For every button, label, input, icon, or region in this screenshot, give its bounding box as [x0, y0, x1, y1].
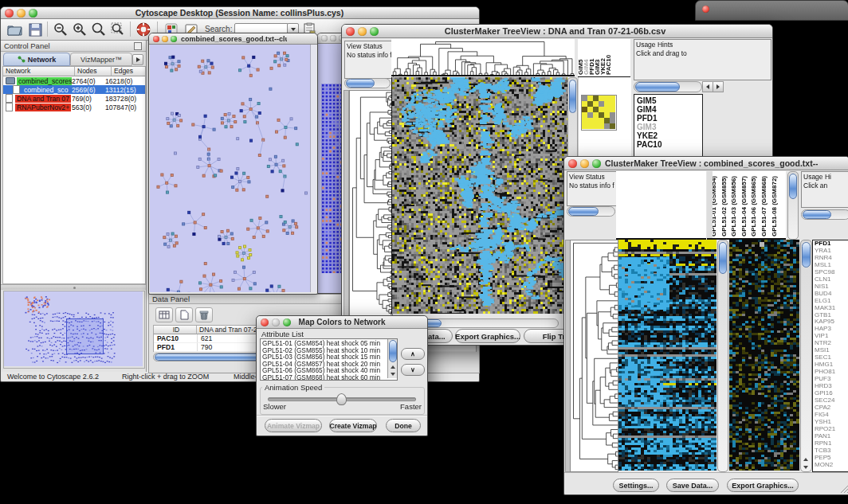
open-file-icon[interactable]: [6, 21, 23, 38]
gene-label[interactable]: CLN1: [815, 276, 848, 283]
zoom-button[interactable]: [29, 9, 37, 18]
gene-label[interactable]: GIM5: [637, 96, 702, 105]
gene-label[interactable]: KAP95: [815, 318, 848, 326]
zoom-button[interactable]: [171, 36, 177, 42]
gene-label[interactable]: TCB3: [815, 447, 848, 455]
minimize-button[interactable]: [330, 35, 336, 41]
float-panel-icon[interactable]: [134, 42, 142, 50]
new-attribute-icon[interactable]: [175, 307, 193, 322]
row-dendrogram-canvas[interactable]: [570, 240, 618, 472]
tab-network[interactable]: Network: [3, 53, 70, 66]
save-icon[interactable]: [26, 21, 44, 38]
create-vizmap-button[interactable]: Create Vizmap: [329, 419, 377, 432]
network-graph-canvas[interactable]: [150, 45, 310, 292]
minimize-button[interactable]: [580, 159, 589, 168]
labels-hscrollbar[interactable]: [634, 81, 702, 92]
network-row[interactable]: DNA and Tran 07769(0)183728(0): [3, 94, 145, 103]
gene-label[interactable]: GIM3: [637, 123, 702, 131]
gene-label[interactable]: PFD1: [815, 240, 848, 248]
move-down-button[interactable]: ∨: [401, 364, 425, 376]
scroll-down-button[interactable]: [802, 463, 809, 471]
secondary-heatmap-canvas[interactable]: [729, 240, 799, 471]
gene-label[interactable]: PAC10: [637, 140, 702, 149]
gene-label[interactable]: YKE2: [637, 131, 702, 140]
scroll-down-button[interactable]: [389, 371, 396, 377]
close-button[interactable]: [321, 35, 328, 41]
gene-label[interactable]: MON2: [815, 462, 848, 469]
scroll-up-button[interactable]: [802, 455, 809, 463]
treeview-combined-titlebar[interactable]: ClusterMaker TreeView : combined_scores_…: [564, 157, 848, 170]
minimize-button[interactable]: [162, 36, 168, 42]
column-header-network[interactable]: Network: [3, 67, 75, 76]
gene-label[interactable]: FIG4: [815, 412, 848, 419]
zoom-button[interactable]: [592, 159, 601, 168]
collabels-vscrollbar[interactable]: [787, 171, 799, 240]
secondary-vscrollbar[interactable]: [800, 240, 812, 472]
network-overview-canvas[interactable]: [4, 291, 143, 366]
zoom-button[interactable]: [370, 27, 379, 36]
column-dendrogram-canvas[interactable]: [391, 39, 575, 76]
minimize-button[interactable]: [272, 318, 280, 326]
zoom-selected-icon[interactable]: [109, 21, 127, 38]
network-row[interactable]: combined_sco2569(6)13112(15): [3, 85, 145, 94]
gene-label[interactable]: PUF3: [815, 376, 848, 383]
scroll-up-button[interactable]: [389, 364, 396, 370]
gene-label[interactable]: ELG1: [815, 298, 848, 305]
heatmap-canvas[interactable]: [618, 240, 716, 471]
heatmap-vscrollbar[interactable]: [717, 240, 728, 472]
gene-label[interactable]: RPO21: [815, 426, 848, 433]
gene-label[interactable]: GIM4: [637, 105, 702, 114]
gene-label[interactable]: PAN1: [815, 433, 848, 440]
dialog-titlebar[interactable]: Map Colors to Network: [257, 316, 427, 329]
export-graphics-button[interactable]: Export Graphics...: [727, 479, 799, 492]
close-button[interactable]: [261, 318, 269, 326]
close-button[interactable]: [346, 27, 355, 36]
attribute-listbox[interactable]: GPL51-01 (GSM854) heat shock 05 minGPL51…: [260, 338, 398, 381]
gene-label[interactable]: MSL1: [815, 262, 848, 269]
column-header-edges[interactable]: Edges: [112, 67, 145, 76]
gene-label[interactable]: GPI16: [815, 390, 848, 397]
fragment-close-button[interactable]: [702, 6, 709, 13]
network-row[interactable]: combined_scores2764(0)16218(0): [3, 76, 145, 85]
column-header-nodes[interactable]: Nodes: [75, 67, 112, 76]
gene-label[interactable]: VIP1: [815, 333, 848, 340]
mini-heatmap-canvas[interactable]: [581, 95, 618, 131]
heatmap-canvas[interactable]: [391, 77, 567, 314]
main-titlebar[interactable]: Cytoscape Desktop (Session Name: collins…: [1, 7, 479, 19]
usage-hscrollbar[interactable]: [801, 209, 848, 220]
gene-label[interactable]: HMG1: [815, 361, 848, 369]
gene-label[interactable]: YSH1: [815, 419, 848, 426]
scroll-right-button[interactable]: [713, 81, 724, 92]
collabel-scroll-strip[interactable]: [707, 171, 713, 240]
rowtree-track[interactable]: [344, 90, 349, 316]
slider-thumb[interactable]: [336, 393, 347, 405]
rowtree-hsc[interactable]: [344, 78, 391, 88]
delete-attribute-icon[interactable]: [195, 307, 213, 322]
gene-label-list[interactable]: PFD1YRA1RNR4MSL1SPC98CLN1NIS1BUD4ELG1MAK…: [812, 240, 848, 472]
settings-button[interactable]: Settings...: [613, 479, 659, 492]
close-button[interactable]: [568, 159, 577, 168]
animation-speed-slider[interactable]: [268, 397, 416, 401]
gene-label[interactable]: MSI1: [815, 347, 848, 354]
attribute-table-icon[interactable]: [155, 307, 173, 322]
gene-label[interactable]: SPC98: [815, 269, 848, 276]
gene-label[interactable]: NTR2: [815, 340, 848, 347]
rowtree-hsc[interactable]: [567, 206, 615, 217]
minimize-button[interactable]: [358, 27, 367, 36]
gene-label[interactable]: PHO81: [815, 369, 848, 376]
close-button[interactable]: [153, 36, 159, 42]
zoom-fit-icon[interactable]: [90, 21, 108, 38]
gene-label[interactable]: PEP5: [815, 455, 848, 462]
row-dendrogram-canvas[interactable]: [349, 90, 393, 316]
scroll-left-button[interactable]: [702, 81, 713, 92]
gene-label[interactable]: GTB1: [815, 312, 848, 319]
gene-label[interactable]: SEC24: [815, 397, 848, 404]
tab-vizmapper[interactable]: VizMapper™: [70, 53, 132, 66]
resize-grip[interactable]: [839, 484, 848, 494]
export-graphics-button[interactable]: Export Graphics...: [455, 329, 520, 343]
network-row[interactable]: RNAPuberNov2+563(0)107847(0): [3, 103, 145, 111]
treeview-dna-titlebar[interactable]: ClusterMaker TreeView : DNA and Tran 07-…: [342, 25, 772, 38]
attribute-item[interactable]: GPL51-07 (GSM868) heat shock 60 min: [262, 374, 397, 381]
network-vscrollbar[interactable]: [310, 45, 316, 292]
animate-vizmap-button[interactable]: Animate Vizmap: [265, 419, 322, 432]
